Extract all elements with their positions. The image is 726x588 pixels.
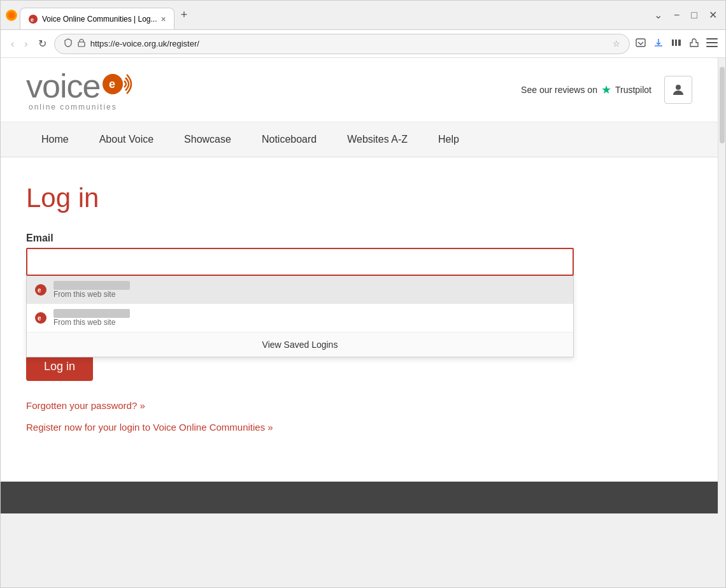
email-form-group: Email e xyxy=(26,233,548,276)
nav-link-about[interactable]: About Voice xyxy=(84,122,169,157)
register-row: Register now for your login to Voice Onl… xyxy=(26,422,548,433)
autocomplete-item-2-icon: e xyxy=(34,312,47,324)
browser-titlebar: e Voice Online Communities | Log... × + … xyxy=(1,1,725,30)
tab-favicon-icon: e xyxy=(28,14,38,24)
trustpilot-area: See our reviews on ★ Trustpilot xyxy=(521,83,651,97)
shield-icon xyxy=(64,38,73,49)
svg-point-12 xyxy=(676,85,681,90)
nav-link-noticeboard[interactable]: Noticeboard xyxy=(246,122,332,157)
page-content: voice e xyxy=(1,58,718,513)
address-box[interactable]: https://e-voice.org.uk/register/ ☆ xyxy=(54,34,630,54)
autocomplete-item-1-source: From this web site xyxy=(53,290,130,299)
autocomplete-item-2-details: From this web site xyxy=(53,309,130,327)
autocomplete-item-2-email xyxy=(53,309,130,318)
nav-item-noticeboard[interactable]: Noticeboard xyxy=(246,122,332,157)
view-saved-logins-link[interactable]: View Saved Logins xyxy=(262,340,338,350)
scrollbar[interactable] xyxy=(718,58,725,513)
svg-text:e: e xyxy=(38,287,41,294)
address-bar: ‹ › ↻ https://e-voice.org.uk/register/ ☆ xyxy=(1,30,725,58)
svg-rect-7 xyxy=(706,38,718,39)
refresh-button[interactable]: ↻ xyxy=(36,35,49,52)
nav-link-websites-az[interactable]: Websites A-Z xyxy=(332,122,423,157)
nav-link-home[interactable]: Home xyxy=(26,122,84,157)
extensions-icon[interactable] xyxy=(688,37,700,51)
nav-item-home[interactable]: Home xyxy=(26,122,84,157)
trustpilot-star-icon: ★ xyxy=(601,83,611,97)
svg-rect-6 xyxy=(678,39,681,46)
nav-item-help[interactable]: Help xyxy=(423,122,474,157)
svg-rect-4 xyxy=(672,39,674,46)
autocomplete-item-1-email xyxy=(53,281,130,290)
url-display[interactable]: https://e-voice.org.uk/register/ xyxy=(90,39,608,48)
download-icon[interactable] xyxy=(653,37,664,51)
close-button[interactable]: ✕ xyxy=(706,8,720,22)
nav-item-about[interactable]: About Voice xyxy=(84,122,169,157)
window-controls: ⌄ − □ ✕ xyxy=(651,8,720,22)
trustpilot-text: See our reviews on xyxy=(521,85,597,95)
register-link[interactable]: Register now for your login to Voice Onl… xyxy=(26,422,273,433)
header-right: See our reviews on ★ Trustpilot xyxy=(521,76,692,104)
email-input[interactable] xyxy=(26,248,574,276)
site-header: voice e xyxy=(1,58,718,122)
site-logo: voice e xyxy=(26,68,146,111)
autocomplete-dropdown: e From this web site xyxy=(26,276,574,357)
autocomplete-footer[interactable]: View Saved Logins xyxy=(27,332,573,357)
library-icon[interactable] xyxy=(671,37,682,51)
logo-megaphone-icon: e xyxy=(101,68,146,103)
toolbar-icons xyxy=(635,37,718,51)
svg-text:e: e xyxy=(31,17,34,23)
scrollbar-thumb[interactable] xyxy=(720,67,725,143)
site-nav: Home About Voice Showcase Noticeboard We… xyxy=(1,122,718,157)
restore-button[interactable]: □ xyxy=(688,8,701,22)
bookmark-icon[interactable]: ☆ xyxy=(613,39,620,48)
autocomplete-item-1-details: From this web site xyxy=(53,281,130,299)
forward-button[interactable]: › xyxy=(22,36,30,52)
page-with-scrollbar: voice e xyxy=(1,58,725,513)
new-tab-button[interactable]: + xyxy=(176,6,193,24)
email-input-wrapper: e From this web site xyxy=(26,248,548,276)
browser-tabs: e Voice Online Communities | Log... × + xyxy=(20,1,648,29)
forgot-password-link[interactable]: Forgotten your password? » xyxy=(26,400,145,411)
tab-dropdown-icon[interactable]: ⌄ xyxy=(651,8,666,22)
nav-link-help[interactable]: Help xyxy=(423,122,474,157)
lock-icon xyxy=(78,38,85,49)
back-button[interactable]: ‹ xyxy=(8,36,17,52)
firefox-icon xyxy=(6,10,17,21)
autocomplete-item-1-icon: e xyxy=(34,283,47,296)
logo-subtitle: online communities xyxy=(29,103,146,111)
nav-link-showcase[interactable]: Showcase xyxy=(169,122,246,157)
email-label: Email xyxy=(26,233,548,244)
main-content: Log in Email e xyxy=(1,157,574,482)
svg-rect-5 xyxy=(675,39,677,46)
page-title: Log in xyxy=(26,183,548,213)
svg-text:e: e xyxy=(109,78,115,90)
autocomplete-item-2[interactable]: e From this web site xyxy=(27,304,573,332)
site-footer-bar xyxy=(1,482,718,513)
svg-rect-8 xyxy=(706,42,718,43)
active-tab[interactable]: e Voice Online Communities | Log... × xyxy=(20,8,174,29)
svg-rect-3 xyxy=(636,39,645,47)
blurred-email-1 xyxy=(53,281,130,290)
autocomplete-item-2-source: From this web site xyxy=(53,318,130,327)
svg-text:e: e xyxy=(38,315,41,322)
browser-frame: e Voice Online Communities | Log... × + … xyxy=(0,0,726,588)
nav-item-websites-az[interactable]: Websites A-Z xyxy=(332,122,423,157)
autocomplete-item-1[interactable]: e From this web site xyxy=(27,276,573,304)
svg-rect-9 xyxy=(706,46,718,47)
user-account-button[interactable] xyxy=(664,76,692,104)
blurred-email-2 xyxy=(53,309,130,318)
minimize-button[interactable]: − xyxy=(671,8,683,22)
nav-item-showcase[interactable]: Showcase xyxy=(169,122,246,157)
pocket-icon[interactable] xyxy=(635,37,646,51)
tab-title: Voice Online Communities | Log... xyxy=(42,15,157,24)
logo-text: voice xyxy=(26,69,100,103)
svg-rect-2 xyxy=(78,42,85,47)
tab-close-button[interactable]: × xyxy=(161,14,166,24)
login-button-container: Log in xyxy=(26,352,548,400)
menu-icon[interactable] xyxy=(706,38,718,50)
trustpilot-brand: Trustpilot xyxy=(615,85,651,95)
forgot-password-row: Forgotten your password? » xyxy=(26,400,548,412)
